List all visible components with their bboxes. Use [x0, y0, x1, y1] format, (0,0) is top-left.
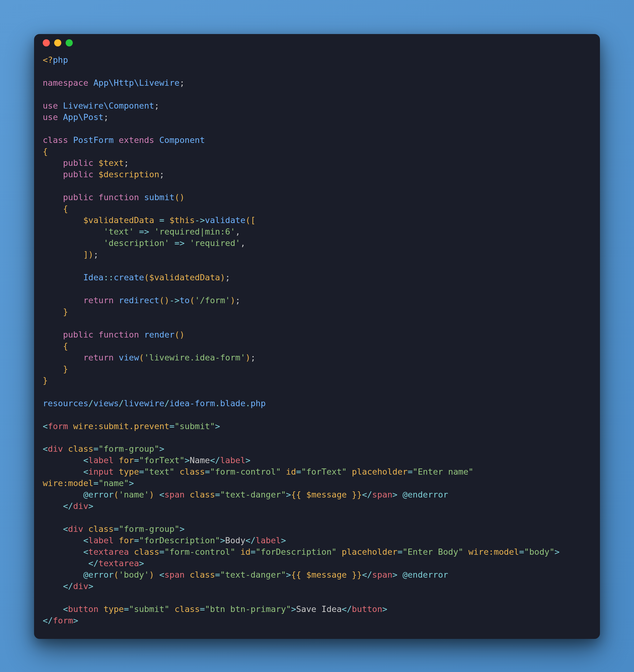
window-titlebar	[34, 34, 600, 51]
use-path: Livewire\Component	[63, 101, 154, 111]
idea-class: Idea	[83, 272, 103, 282]
fat-arrow: =>	[139, 227, 149, 236]
mustache-close: }}	[352, 490, 362, 499]
to-call: to	[180, 295, 190, 305]
path-segment: php	[251, 399, 266, 408]
textarea-tag: textarea	[88, 547, 129, 557]
public-keyword: public	[63, 170, 93, 179]
for-attr: for	[119, 455, 134, 465]
return-keyword: return	[83, 353, 114, 362]
message-var: $message	[306, 490, 347, 499]
zoom-icon[interactable]	[66, 39, 73, 46]
class-attr: class	[68, 444, 93, 454]
path-segment: idea-form	[169, 399, 215, 408]
id-attr: id	[286, 467, 296, 477]
validated-var: $validatedData	[83, 215, 154, 225]
submit-function: submit	[144, 192, 174, 202]
extends-keyword: extends	[119, 135, 155, 145]
btn-primary-class: "btn btn-primary"	[205, 604, 291, 614]
path-segment: livewire	[124, 399, 164, 408]
return-keyword: return	[83, 295, 114, 305]
php-open-tag: <?	[43, 55, 53, 65]
validated-var: $validatedData	[149, 272, 220, 282]
fat-arrow: =>	[174, 238, 185, 248]
form-tag: form	[48, 422, 68, 431]
this-var: $this	[169, 215, 195, 225]
property-description: $description	[98, 170, 159, 179]
model-name: "name"	[98, 478, 129, 488]
arrow-op: ->	[169, 295, 180, 305]
error-directive: @error	[83, 490, 114, 499]
rule-val: 'required|min:6'	[154, 227, 235, 236]
label-body-text: Body	[225, 535, 245, 545]
view-call: view	[119, 353, 139, 362]
php-tag: php	[53, 55, 68, 65]
rule-val: 'required'	[190, 238, 240, 248]
validate-call: validate	[205, 215, 245, 225]
minimize-icon[interactable]	[54, 39, 61, 46]
public-keyword: public	[63, 158, 93, 168]
input-tag: input	[88, 467, 114, 477]
parent-class: Component	[159, 135, 205, 145]
editor-window: <?php namespace App\Http\Livewire; use L…	[34, 34, 600, 639]
type-attr: type	[119, 467, 139, 477]
redirect-call: redirect	[119, 295, 159, 305]
save-idea-text: Save Idea	[296, 604, 342, 614]
class-name: PostForm	[73, 135, 114, 145]
public-keyword: public	[63, 330, 93, 339]
path-segment: views	[93, 399, 119, 408]
rule-key: 'description'	[103, 238, 169, 248]
assign-op: =	[159, 215, 164, 225]
wire-submit-attr: wire:submit.prevent	[73, 422, 169, 431]
path-segment: resources	[43, 399, 88, 408]
mustache-open: {{	[291, 490, 301, 499]
text-danger-class: "text-danger"	[220, 490, 286, 499]
placeholder-attr: placeholder	[352, 467, 408, 477]
view-name-string: 'livewire.idea-form'	[144, 353, 245, 362]
code-block[interactable]: <?php namespace App\Http\Livewire; use L…	[34, 51, 600, 639]
label-tag: label	[88, 455, 114, 465]
arrow-op: ->	[195, 215, 205, 225]
button-tag: button	[68, 604, 98, 614]
label-name-text: Name	[190, 455, 210, 465]
public-keyword: public	[63, 192, 93, 202]
rule-key: 'text'	[103, 227, 134, 236]
placeholder-body: "Enter Body"	[402, 547, 463, 557]
form-group-class: "form-group"	[98, 444, 159, 454]
wire-model-attr: wire:model	[43, 478, 93, 488]
span-tag: span	[164, 490, 185, 499]
close-icon[interactable]	[43, 39, 50, 46]
enderror-directive: @enderror	[402, 490, 448, 499]
div-tag: div	[48, 444, 63, 454]
create-call: create	[114, 272, 144, 282]
namespace-keyword: namespace	[43, 78, 88, 88]
placeholder-name: "Enter name"	[413, 467, 473, 477]
use-keyword: use	[43, 112, 58, 122]
namespace-path: App\Http\Livewire	[93, 78, 180, 88]
render-function: render	[144, 330, 174, 339]
model-body: "body"	[524, 547, 555, 557]
use-path: App\Post	[63, 112, 103, 122]
type-submit: "submit"	[129, 604, 169, 614]
use-keyword: use	[43, 101, 58, 111]
submit-value: "submit"	[174, 422, 215, 431]
double-colon: ::	[103, 272, 114, 282]
form-path-string: '/form'	[195, 295, 230, 305]
class-keyword: class	[43, 135, 68, 145]
function-keyword: function	[98, 192, 139, 202]
for-description-value: "forDescription"	[139, 535, 220, 545]
path-segment: blade	[220, 399, 245, 408]
property-text: $text	[98, 158, 124, 168]
error-name-arg: 'name'	[119, 490, 149, 499]
for-text-value: "forText"	[139, 455, 185, 465]
function-keyword: function	[98, 330, 139, 339]
error-body-arg: 'body'	[119, 570, 149, 579]
